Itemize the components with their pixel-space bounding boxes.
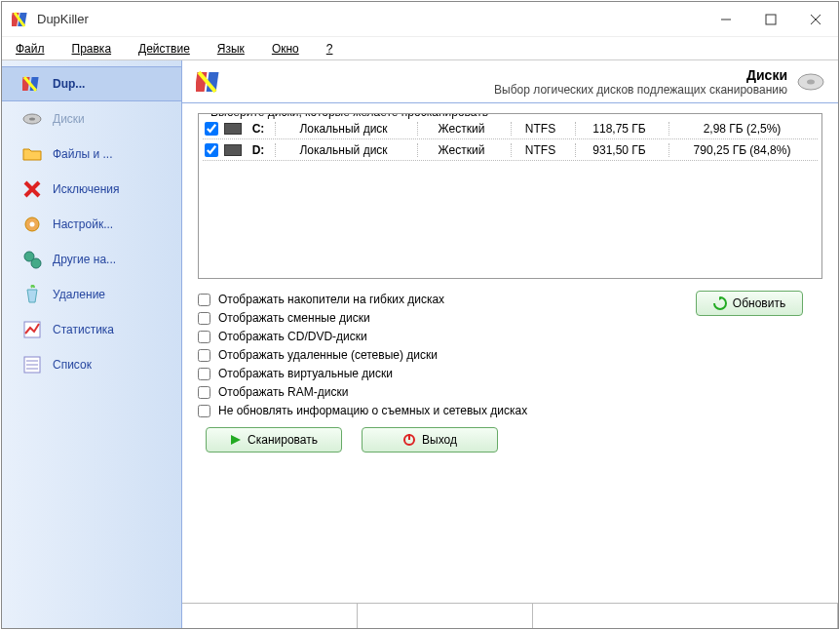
disk-icon	[21, 108, 43, 130]
opt-label: Отображать накопители на гибких дисках	[218, 293, 444, 306]
sidebar-item-label: Другие на...	[53, 253, 116, 266]
svg-point-24	[807, 79, 815, 84]
disk-media: Жесткий	[417, 143, 505, 157]
app-icon	[196, 68, 223, 96]
page-subtitle: Выбор логических дисков подлежащих скани…	[494, 83, 787, 97]
status-section	[533, 604, 838, 628]
opt-cddvd-checkbox[interactable]	[198, 331, 210, 343]
bottom-buttons: Сканировать Выход	[198, 417, 822, 458]
disk-free: 790,25 ГБ (84,8%)	[668, 143, 815, 157]
opt-norefresh-checkbox[interactable]	[198, 405, 210, 417]
disk-fs: NTFS	[511, 143, 569, 157]
gears-icon	[21, 249, 43, 270]
disk-size: 118,75 ГБ	[575, 122, 663, 136]
disk-type: Локальный диск	[275, 122, 411, 136]
scan-label: Сканировать	[248, 433, 318, 447]
disk-letter: C:	[248, 122, 269, 136]
status-section	[358, 604, 533, 628]
fieldset-legend: Выберите диски, которые желаете проскани…	[207, 113, 492, 119]
maximize-button[interactable]	[748, 2, 793, 37]
svg-point-15	[31, 258, 41, 268]
options-list: Отображать накопители на гибких дисках О…	[198, 293, 527, 417]
app-icon	[21, 73, 43, 95]
disk-fs: NTFS	[511, 122, 569, 136]
svg-point-13	[30, 222, 35, 227]
disk-media: Жесткий	[417, 122, 505, 136]
sidebar-item-settings[interactable]: Настройк...	[2, 207, 181, 242]
refresh-label: Обновить	[733, 296, 785, 310]
exit-label: Выход	[422, 433, 457, 447]
drive-icon	[224, 123, 242, 135]
options-block: Отображать накопители на гибких дисках О…	[198, 289, 822, 417]
opt-floppy-checkbox[interactable]	[198, 294, 210, 306]
statusbar	[182, 603, 838, 628]
opt-network-checkbox[interactable]	[198, 349, 210, 362]
panel-body: Выберите диски, которые желаете проскани…	[182, 103, 838, 603]
disk-type: Локальный диск	[275, 143, 411, 157]
sidebar-item-label: Статистика	[53, 323, 114, 336]
disk-letter: D:	[248, 143, 269, 157]
disks-fieldset: Выберите диски, которые желаете проскани…	[198, 113, 822, 279]
app-window: DupKiller Файл Правка Действие Язык Окно…	[1, 1, 839, 629]
sidebar-item-label: Настройк...	[53, 217, 113, 231]
menu-edit[interactable]: Правка	[72, 42, 112, 56]
disk-checkbox[interactable]	[205, 122, 218, 136]
sidebar-item-list[interactable]: Список	[2, 347, 181, 382]
sidebar-item-files[interactable]: Файлы и ...	[2, 137, 181, 172]
opt-label: Отображать виртуальные диски	[218, 367, 393, 380]
opt-label: Отображать сменные диски	[218, 311, 370, 325]
sidebar-item-other[interactable]: Другие на...	[2, 242, 181, 277]
sidebar-item-dup[interactable]: Dup...	[2, 66, 181, 101]
disk-checkbox[interactable]	[205, 143, 218, 157]
sidebar-item-label: Файлы и ...	[53, 147, 113, 161]
chart-icon	[21, 319, 43, 340]
disk-row[interactable]: D: Локальный диск Жесткий NTFS 931,50 ГБ…	[203, 139, 818, 161]
opt-label: Не обновлять информацию о съемных и сете…	[218, 404, 527, 417]
refresh-icon	[713, 296, 727, 310]
titlebar: DupKiller	[2, 2, 838, 37]
list-icon	[21, 354, 43, 375]
sidebar-item-exclusions[interactable]: Исключения	[2, 172, 181, 207]
status-section	[182, 604, 358, 628]
disk-free: 2,98 ГБ (2,5%)	[668, 122, 815, 136]
play-icon	[230, 434, 242, 446]
opt-label: Отображать CD/DVD-диски	[218, 330, 367, 343]
folder-icon	[21, 143, 43, 165]
sidebar-item-label: Исключения	[53, 182, 120, 196]
disk-row[interactable]: C: Локальный диск Жесткий NTFS 118,75 ГБ…	[203, 118, 818, 139]
sidebar-item-disks[interactable]: Диски	[2, 101, 181, 137]
minimize-button[interactable]	[704, 2, 748, 37]
exit-button[interactable]: Выход	[362, 427, 498, 453]
app-icon	[12, 11, 29, 28]
scan-button[interactable]: Сканировать	[206, 427, 342, 453]
opt-label: Отображать удаленные (сетевые) диски	[218, 348, 438, 362]
menu-file[interactable]: Файл	[16, 42, 45, 56]
menu-help[interactable]: ?	[326, 42, 333, 56]
trash-icon	[21, 284, 43, 305]
drive-icon	[224, 144, 242, 156]
svg-rect-3	[766, 15, 776, 24]
disk-icon	[797, 71, 824, 93]
menubar: Файл Правка Действие Язык Окно ?	[2, 37, 838, 60]
sidebar-item-delete[interactable]: Удаление	[2, 277, 181, 312]
page-title: Диски	[494, 67, 787, 83]
sidebar: Dup... Диски Файлы и ... Исключения Наст…	[2, 60, 182, 628]
sidebar-item-stats[interactable]: Статистика	[2, 312, 181, 347]
refresh-button[interactable]: Обновить	[696, 291, 803, 316]
window-title: DupKiller	[37, 12, 89, 26]
power-icon	[402, 433, 416, 447]
menu-action[interactable]: Действие	[138, 42, 190, 56]
menu-lang[interactable]: Язык	[217, 42, 245, 56]
close-button[interactable]	[793, 2, 838, 37]
sidebar-item-label: Dup...	[53, 77, 85, 91]
sidebar-item-label: Диски	[53, 112, 85, 126]
sidebar-item-label: Список	[53, 358, 92, 372]
opt-ram-checkbox[interactable]	[198, 386, 210, 399]
svg-point-9	[29, 118, 35, 121]
opt-removable-checkbox[interactable]	[198, 312, 210, 325]
page-header: Диски Выбор логических дисков подлежащих…	[182, 60, 838, 103]
opt-label: Отображать RAM-диски	[218, 385, 348, 399]
menu-window[interactable]: Окно	[272, 42, 299, 56]
opt-virtual-checkbox[interactable]	[198, 368, 210, 380]
window-controls	[704, 2, 838, 37]
